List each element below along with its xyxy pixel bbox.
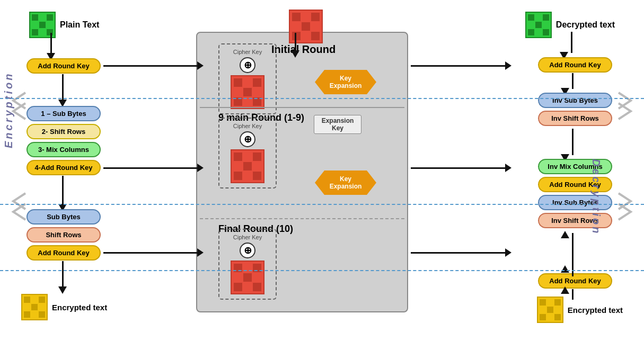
top-red-grid bbox=[289, 10, 323, 43]
main-round-section: 9 main Round (1-9) Cipher Key ⊕ bbox=[208, 112, 396, 124]
left-chevrons-1 bbox=[11, 90, 27, 124]
arrow-ark1-right-head bbox=[197, 61, 204, 70]
decrypted-text-section: Decrypted text bbox=[525, 12, 615, 38]
cipher-key-label-3: Cipher Key bbox=[233, 234, 262, 240]
aes-diagram: { "title": "AES Encryption/Decryption Di… bbox=[0, 0, 644, 341]
left-chevrons-2 bbox=[11, 191, 27, 225]
r-arrow-4-head bbox=[561, 265, 569, 273]
expansion-key-label: Expansion Key bbox=[314, 115, 361, 134]
inv-sub-bytes-1: Inv Sub Bytes bbox=[538, 93, 612, 108]
decrypted-text-label: Decrypted text bbox=[556, 20, 615, 30]
xor-1: ⊕ bbox=[240, 57, 255, 73]
arrow-ark2-right bbox=[103, 167, 199, 169]
arrow-decrypt-down bbox=[571, 32, 572, 53]
divider-1 bbox=[200, 107, 404, 108]
encrypted-text-left-label: Encrypted text bbox=[52, 303, 107, 312]
add-round-key-3-label: Add Round Key bbox=[27, 245, 101, 261]
add-round-key-2-label: 4-Add Round Key bbox=[27, 160, 101, 175]
cipher-grid-3 bbox=[231, 261, 264, 294]
inv-shift-rows-1: Inv Shift Rows bbox=[538, 111, 612, 126]
arrow-top-down-head bbox=[291, 50, 299, 58]
arrow-left-enc-head bbox=[58, 286, 67, 294]
r-enc-arrow-head bbox=[561, 286, 569, 294]
initial-round-label: Initial Round bbox=[271, 43, 396, 56]
add-round-key-2: 4-Add Round Key bbox=[27, 160, 101, 175]
xor-3: ⊕ bbox=[240, 243, 255, 258]
encrypted-right-grid bbox=[537, 297, 563, 323]
plain-text-label: Plain Text bbox=[60, 20, 99, 30]
sub-bytes-1: 1 – Sub Bytes bbox=[27, 106, 101, 121]
shift-rows-2: Shift Rows bbox=[27, 227, 101, 243]
r-arrow-2 bbox=[572, 129, 574, 155]
final-cipher-box: Cipher Key ⊕ bbox=[218, 229, 277, 300]
key-expansion-hex-2: KeyExpansion bbox=[324, 170, 367, 195]
r-arrow-4 bbox=[572, 268, 574, 276]
cipher-grid-1 bbox=[231, 75, 264, 109]
arrow-ark2-right-head bbox=[197, 164, 204, 172]
arrow-left-enc-down bbox=[62, 261, 64, 288]
right-ark3-label: Add Round Key bbox=[538, 273, 612, 289]
right-ark1-label: Add Round Key bbox=[538, 57, 612, 73]
right-chevrons-2 bbox=[617, 191, 633, 225]
dashed-line-2 bbox=[0, 204, 644, 205]
cipher-grid-2 bbox=[231, 149, 264, 183]
arrow-center-right-3-head bbox=[505, 248, 511, 257]
inv-sub-bytes-1-label: Inv Sub Bytes bbox=[538, 93, 612, 108]
left-add-round-key-1: Add Round Key bbox=[27, 58, 101, 74]
arrow-center-right-3 bbox=[411, 252, 506, 254]
arrow-center-right-1-head bbox=[505, 61, 511, 70]
initial-cipher-box: Cipher Key ⊕ bbox=[218, 43, 277, 114]
xor-2: ⊕ bbox=[240, 131, 255, 147]
dashed-line-3 bbox=[0, 270, 644, 271]
cipher-key-label-1: Cipher Key bbox=[233, 49, 262, 55]
shift-rows-2-label: Shift Rows bbox=[27, 227, 101, 243]
key-expansion-hex-1: KeyExpansion bbox=[324, 70, 367, 94]
sub-bytes-2: Sub Bytes bbox=[27, 209, 101, 225]
arrow-top-down bbox=[295, 33, 296, 51]
add-round-key-1-label: Add Round Key bbox=[27, 58, 101, 74]
sub-bytes-2-label: Sub Bytes bbox=[27, 209, 101, 225]
divider-2 bbox=[200, 218, 404, 219]
encrypted-left-grid bbox=[21, 294, 48, 320]
final-round-section: Final Round (10) Cipher Key ⊕ bbox=[208, 223, 396, 235]
main-cipher-box: Cipher Key ⊕ bbox=[218, 118, 277, 189]
r-enc-arrow bbox=[572, 289, 574, 300]
r-arrow-3 bbox=[572, 233, 574, 270]
inv-shift-rows-1-label: Inv Shift Rows bbox=[538, 111, 612, 126]
encrypted-text-right-label: Encrypted text bbox=[568, 306, 623, 315]
right-add-round-key-3: Add Round Key bbox=[538, 273, 612, 289]
decrypted-grid bbox=[525, 12, 552, 38]
shift-rows-1-label: 2- Shift Rows bbox=[27, 124, 101, 139]
arrow-ark1-down bbox=[62, 74, 64, 101]
arrow-ark1-right bbox=[103, 65, 199, 67]
sub-bytes-1-label: 1 – Sub Bytes bbox=[27, 106, 101, 121]
arrow-ark3-right bbox=[103, 252, 199, 254]
decryption-label: Decryption bbox=[590, 159, 602, 235]
cipher-key-label-2: Cipher Key bbox=[233, 123, 262, 129]
mix-columns-1: 3- Mix Columns bbox=[27, 142, 101, 157]
arrow-ark2-down bbox=[62, 176, 64, 205]
dashed-line-1 bbox=[0, 98, 644, 99]
arrow-center-right-2 bbox=[411, 167, 506, 169]
right-chevrons-1 bbox=[617, 90, 633, 124]
arrow-center-right-2-head bbox=[505, 164, 511, 172]
add-round-key-3: Add Round Key bbox=[27, 245, 101, 261]
arrow-ark3-right-head bbox=[197, 248, 204, 257]
shift-rows-1: 2- Shift Rows bbox=[27, 124, 101, 139]
arrow-center-right-1 bbox=[411, 65, 506, 67]
r-arrow-1 bbox=[572, 73, 574, 89]
r-arrow-3-head bbox=[561, 231, 569, 238]
encrypted-text-left-section: Encrypted text bbox=[21, 294, 107, 320]
encrypted-text-right-section: Encrypted text bbox=[537, 297, 623, 323]
mix-columns-1-label: 3- Mix Columns bbox=[27, 142, 101, 157]
arrow-plain-down bbox=[50, 33, 52, 54]
plain-text-section: Plain Text bbox=[29, 12, 99, 38]
right-add-round-key-1: Add Round Key bbox=[538, 57, 612, 73]
